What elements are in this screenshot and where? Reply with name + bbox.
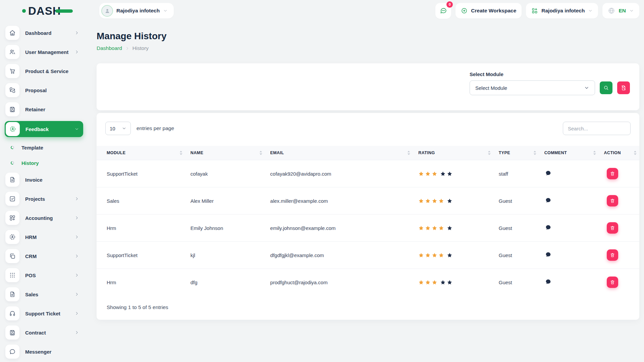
column-header-type[interactable]: TYPE [493,146,539,160]
rating-stars [418,252,488,258]
cell-action [599,269,639,296]
cell-type: Guest [493,187,539,215]
delete-button[interactable] [607,222,618,234]
create-workspace-label: Create Workspace [471,8,516,14]
apply-filter-button[interactable] [600,81,612,94]
sidebar-item-invoice[interactable]: Invoice [5,172,83,187]
view-comment-button[interactable] [545,279,551,285]
cell-module: Hrm [97,269,185,296]
delete-button[interactable] [607,168,618,179]
cell-module: Sales [97,187,185,215]
sidebar-item-feedback[interactable]: Feedback [5,121,83,137]
sort-icon[interactable] [533,150,536,156]
table-search-input[interactable] [563,122,631,135]
sidebar-item-label: HRM [25,234,74,240]
sort-icon[interactable] [488,150,491,156]
check-square-icon [9,195,16,202]
cell-action [599,242,639,269]
person-icon [104,8,110,14]
sidebar-item-crm[interactable]: CRM [5,249,83,263]
sidebar-item-product-service[interactable]: Product & Service [5,64,83,78]
select-module-value: Select Module [475,85,507,91]
sidebar-subitem-history[interactable]: History [11,157,83,169]
cell-module: SupportTicket [97,242,185,269]
view-comment-button[interactable] [545,224,551,231]
cell-name: kjl [185,242,265,269]
reset-filter-button[interactable] [617,81,630,94]
sidebar-item-dashboard[interactable]: Dashboard [5,25,83,40]
view-comment-button[interactable] [545,197,551,203]
rating-stars [418,171,488,177]
delete-button[interactable] [607,249,618,261]
column-header-label: EMAIL [270,150,284,155]
chevron-right-icon [74,31,79,35]
cell-comment [539,187,599,215]
cell-comment [539,269,599,296]
column-header-module[interactable]: MODULE [97,146,185,160]
sidebar-item-proposal[interactable]: Proposal [5,83,83,98]
sidebar-item-contract[interactable]: Contract [5,325,83,340]
cell-rating [413,242,493,269]
workspace-selector[interactable]: Rajodiya infotech [99,3,174,18]
column-header-name[interactable]: NAME [185,146,265,160]
sort-icon[interactable] [634,150,637,156]
language-selector[interactable]: EN [602,3,639,18]
column-header-rating[interactable]: RATING [413,146,493,160]
table-row: SupportTicketkjldfgdfgjkl@example.comGue… [97,242,639,269]
star-icon [447,171,452,177]
sidebar-item-label: Sales [25,292,74,297]
page-size-select[interactable]: 10 [105,122,131,135]
create-workspace-button[interactable]: Create Workspace [455,3,522,18]
view-comment-button[interactable] [545,170,551,176]
chat-icon [440,7,447,14]
cell-name: cofayak [185,160,265,187]
sidebar-item-accounting[interactable]: Accounting [5,210,83,225]
cell-rating [413,160,493,187]
delete-button[interactable] [607,195,618,206]
company-selector-label: Rajodiya infotech [541,8,585,14]
company-selector[interactable]: Rajodiya infotech [526,3,598,18]
star-icon [418,171,424,177]
chevron-down-icon [74,127,79,131]
sidebar-item-support-ticket[interactable]: Support Ticket [5,306,83,321]
sort-icon[interactable] [179,150,182,156]
workspace-grid-icon [531,7,538,14]
grid-plus-icon [9,215,16,221]
star-icon [425,225,431,231]
star-icon [438,198,444,204]
star-icon [418,252,424,258]
sidebar-item-label: Projects [25,196,74,202]
star-icon [440,171,446,177]
sidebar-item-messenger[interactable]: Messenger [5,344,83,359]
column-header-email[interactable]: EMAIL [265,146,413,160]
cell-action [599,160,639,187]
cell-email: cofayak920@avidapro.com [265,160,413,187]
sidebar-item-sales[interactable]: Sales [5,287,83,302]
sidebar-item-pos[interactable]: POS [5,268,83,283]
cell-email: dfgdfgjkl@example.com [265,242,413,269]
chevron-down-icon [584,85,589,90]
trash-icon [610,252,615,258]
cell-action [599,215,639,242]
messages-button[interactable]: 0 [435,3,451,19]
select-module-dropdown[interactable]: Select Module [470,80,595,95]
sort-icon[interactable] [259,150,262,156]
column-header-action[interactable]: ACTION [599,146,639,160]
sidebar-item-projects[interactable]: Projects [5,191,83,206]
sort-icon[interactable] [407,150,410,156]
column-header-comment[interactable]: COMMENT [539,146,599,160]
sidebar-item-user-management[interactable]: User Management [5,45,83,59]
cell-comment [539,160,599,187]
sort-icon[interactable] [593,150,596,156]
cell-module: Hrm [97,215,185,242]
delete-button[interactable] [607,277,618,288]
sidebar-subitem-template[interactable]: Template [11,141,83,154]
cell-comment [539,215,599,242]
view-comment-button[interactable] [545,251,551,258]
sidebar-item-hrm[interactable]: HRM [5,230,83,244]
breadcrumb-dashboard-link[interactable]: Dashboard [97,45,122,51]
logo-dash-icon [55,9,73,13]
star-icon [432,198,437,204]
sidebar-item-retainer[interactable]: Retainer [5,102,83,117]
star-icon [438,225,444,231]
